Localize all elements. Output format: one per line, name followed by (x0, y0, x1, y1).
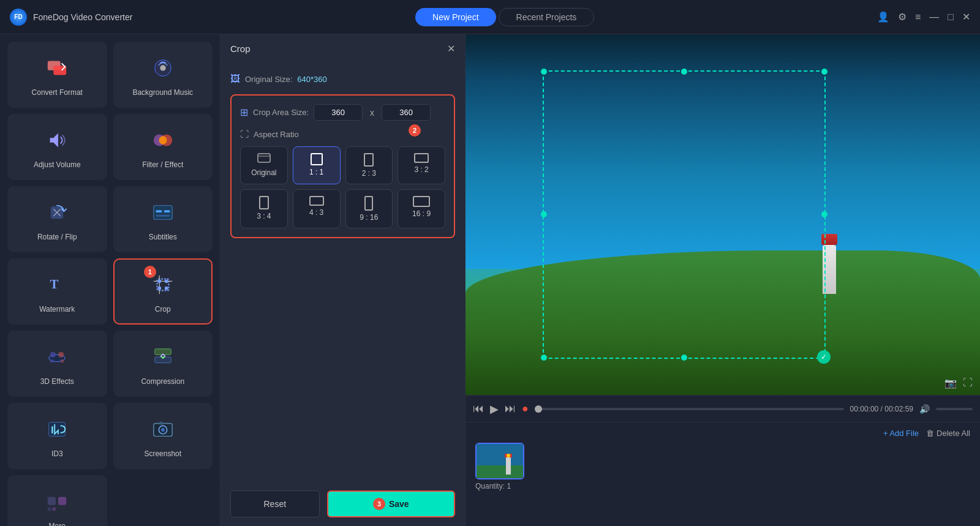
sidebar-item-adjust-volume[interactable]: Adjust Volume (7, 114, 107, 180)
adjust-volume-label: Adjust Volume (34, 160, 81, 169)
filter-effect-icon-area (148, 125, 178, 156)
sidebar-item-3d-effects[interactable]: 3D Effects (7, 331, 107, 397)
close-button[interactable]: ✕ (962, 11, 970, 23)
adjust-volume-icon-area (42, 125, 72, 156)
3d-effects-icon-area (42, 342, 72, 372)
preview-fullscreen-button[interactable]: ⛶ (963, 377, 973, 389)
aspect-original-button[interactable]: Original (240, 146, 288, 184)
progress-bar[interactable] (535, 408, 844, 410)
quantity-value: 1 (507, 482, 511, 490)
aspect-original-label: Original (251, 168, 276, 177)
aspect-16-9-label: 16 : 9 (412, 209, 431, 218)
minimize-button[interactable]: — (929, 12, 939, 23)
svg-point-17 (157, 287, 161, 290)
compression-label: Compression (141, 377, 184, 386)
sidebar-item-background-music[interactable]: Background Music (113, 42, 213, 108)
aspect-9-16-button[interactable]: 9 : 16 (345, 189, 393, 228)
progress-indicator (535, 405, 542, 413)
svg-rect-10 (164, 210, 170, 212)
sidebar-item-rotate-flip[interactable]: Rotate / Flip (7, 186, 107, 252)
aspect-2-3-icon (364, 153, 374, 167)
sidebar-item-crop[interactable]: 1 Crop (113, 258, 213, 325)
app-name: FoneDog Video Converter (33, 12, 132, 22)
svg-point-21 (50, 351, 56, 358)
sidebar-item-subtitles[interactable]: Subtitles (113, 186, 213, 252)
crop-area-box: ⊞ Crop Area Size: 360 x 360 ⛶ Aspect Rat… (230, 94, 455, 238)
restore-button[interactable]: □ (948, 12, 954, 23)
menu-icon[interactable]: ≡ (915, 12, 921, 23)
sidebar-item-convert-format[interactable]: Convert Format (7, 42, 107, 108)
sidebar-item-screenshot[interactable]: Screenshot (113, 403, 213, 469)
skip-back-button[interactable]: ⏮ (473, 402, 484, 415)
dialog-close-button[interactable]: ✕ (447, 43, 455, 54)
delete-all-button[interactable]: 🗑 Delete All (926, 429, 970, 438)
aspect-3-4-icon (259, 196, 269, 209)
svg-point-19 (165, 287, 168, 290)
delete-all-label: Delete All (937, 429, 970, 438)
sidebar-item-filter-effect[interactable]: Filter / Effect (113, 114, 213, 180)
main-content: Convert Format Background Music (0, 34, 980, 526)
svg-rect-40 (477, 465, 524, 479)
svg-rect-27 (49, 423, 66, 437)
aspect-1-1-icon (311, 153, 323, 165)
time-display: 00:00:00 / 00:02:59 (850, 405, 913, 413)
aspect-2-3-button[interactable]: 2 : 3 (345, 146, 393, 184)
aspect-3-2-icon (414, 153, 429, 163)
original-size-row: 🖼 Original Size: 640*360 (230, 73, 455, 85)
crop-width-input[interactable]: 360 (314, 104, 363, 121)
save-button[interactable]: 3 Save (327, 490, 455, 517)
add-file-button[interactable]: + Add File (883, 429, 919, 438)
skip-forward-button[interactable]: ⏭ (505, 402, 516, 415)
video-background (466, 34, 980, 395)
sidebar-item-compression[interactable]: Compression (113, 331, 213, 397)
record-button[interactable]: ● (522, 402, 529, 415)
aspect-3-2-label: 3 : 2 (414, 165, 428, 174)
user-icon[interactable]: 👤 (877, 11, 889, 23)
time-total: 00:02:59 (884, 405, 913, 413)
sidebar-item-id3[interactable]: ID3 (7, 403, 107, 469)
aspect-4-3-icon (309, 196, 324, 206)
aspect-3-2-button[interactable]: 3 : 2 (398, 146, 445, 184)
convert-format-label: Convert Format (32, 88, 83, 97)
crop-badge: 1 (144, 266, 156, 278)
aspect-3-4-label: 3 : 4 (257, 212, 271, 220)
watermark-label: Watermark (39, 305, 75, 314)
crop-label: Crop (155, 305, 171, 314)
thumbnail-image (477, 444, 523, 478)
aspect-9-16-icon (364, 196, 373, 211)
file-thumbnail[interactable] (475, 443, 524, 479)
ocean-area (466, 34, 980, 269)
aspect-16-9-button[interactable]: 16 : 9 (398, 189, 445, 228)
crop-icon-area: 1 (148, 269, 178, 300)
svg-point-30 (161, 428, 165, 432)
svg-rect-11 (156, 215, 170, 217)
lighthouse-top (821, 234, 837, 245)
volume-slider[interactable] (936, 408, 973, 410)
quantity-label: Quantity: (475, 482, 505, 490)
preview-screenshot-button[interactable]: 📷 (944, 377, 957, 389)
background-music-label: Background Music (132, 88, 193, 97)
recent-projects-tab[interactable]: Recent Projects (499, 8, 595, 26)
3d-effects-label: 3D Effects (40, 377, 74, 386)
crop-height-input[interactable]: 360 (382, 104, 431, 121)
trash-icon: 🗑 (926, 429, 934, 438)
aspect-1-1-button[interactable]: 1 : 1 (293, 146, 341, 184)
svg-rect-9 (156, 210, 162, 212)
play-button[interactable]: ▶ (490, 402, 499, 416)
settings-icon[interactable]: ⚙ (898, 11, 907, 23)
aspect-3-4-button[interactable]: 3 : 4 (240, 189, 288, 228)
new-project-tab[interactable]: New Project (415, 8, 496, 26)
aspect-ratio-text: Aspect Ratio (254, 130, 299, 139)
aspect-1-1-label: 1 : 1 (309, 168, 323, 176)
crop-x-separator: x (370, 108, 374, 118)
svg-point-3 (160, 65, 166, 71)
svg-rect-35 (53, 508, 56, 511)
aspect-4-3-button[interactable]: 4 : 3 (293, 189, 341, 228)
sidebar-item-more[interactable]: More (7, 475, 107, 526)
reset-button[interactable]: Reset (230, 490, 320, 517)
svg-rect-8 (154, 206, 172, 220)
rotate-flip-icon-area (42, 197, 72, 228)
sidebar-item-watermark[interactable]: T Watermark (7, 258, 107, 325)
aspect-2-3-label: 2 : 3 (362, 169, 376, 178)
aspect-original-icon (257, 153, 271, 166)
